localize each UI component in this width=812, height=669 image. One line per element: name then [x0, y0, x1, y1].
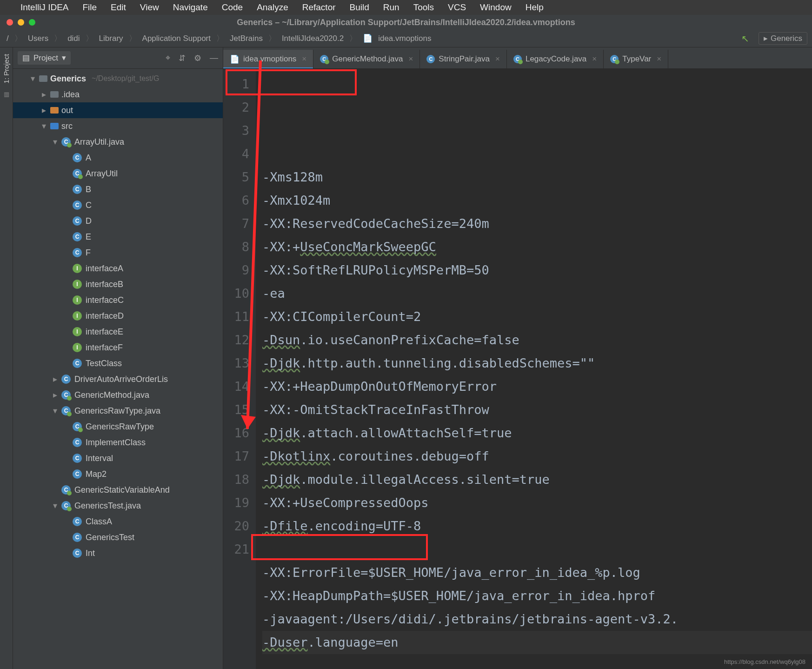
tree-item[interactable]: ▾src — [13, 118, 223, 134]
code-line[interactable]: -Djdk.attach.allowAttachSelf=true — [262, 421, 812, 445]
code-line[interactable]: -XX:+HeapDumpOnOutOfMemoryError — [262, 375, 812, 398]
menu-build[interactable]: Build — [350, 2, 369, 13]
tree-root[interactable]: ▾ Generics ~/Desktop/git_test/G — [13, 71, 223, 87]
tree-item[interactable]: ▸.idea — [13, 87, 223, 102]
hide-icon[interactable]: — — [210, 53, 218, 63]
code-line[interactable]: -Duser.language=en — [262, 631, 812, 654]
code-line[interactable]: -XX:HeapDumpPath=$USER_HOME/java_error_i… — [262, 584, 812, 608]
close-icon[interactable]: × — [408, 54, 413, 64]
code-line[interactable]: -Dsun.io.useCanonPrefixCache=false — [262, 328, 812, 352]
tree-item[interactable]: IinterfaceF — [13, 340, 223, 355]
tree-item[interactable]: ▸out — [13, 102, 223, 118]
code-line[interactable]: -ea — [262, 282, 812, 305]
toolwindow-structure-icon[interactable]: ▥ — [4, 91, 9, 98]
build-hammer-icon[interactable]: ↖ — [741, 33, 749, 44]
tree-item[interactable]: CB — [13, 181, 223, 197]
tree-item[interactable]: ▾CGenericsTest.java — [13, 498, 223, 514]
code-line[interactable]: -Xmx1024m — [262, 189, 812, 212]
editor-tab[interactable]: 📄idea.vmoptions× — [223, 50, 313, 68]
tree-item[interactable]: IinterfaceA — [13, 261, 223, 276]
gear-icon[interactable]: ⚙ — [194, 53, 201, 63]
crumb-users[interactable]: Users — [26, 34, 50, 43]
tree-item[interactable]: IinterfaceD — [13, 308, 223, 324]
close-icon[interactable]: × — [495, 54, 500, 64]
code-lines[interactable]: -Xms128m-Xmx1024m-XX:ReservedCodeCacheSi… — [256, 69, 812, 669]
code-line[interactable]: -Xms128m — [262, 166, 812, 189]
tree-item[interactable]: CGenericsRawType — [13, 419, 223, 435]
tree-item[interactable]: CArrayUtil — [13, 166, 223, 181]
crumb-root[interactable]: / — [5, 34, 11, 43]
locate-icon[interactable]: ⌖ — [166, 53, 170, 63]
tree-item[interactable]: IinterfaceC — [13, 292, 223, 308]
close-icon[interactable]: × — [592, 54, 597, 64]
menu-file[interactable]: File — [82, 2, 97, 13]
crumb-ideaversion[interactable]: IntelliJIdea2020.2 — [280, 34, 346, 43]
code-line[interactable]: -XX:-OmitStackTraceInFastThrow — [262, 398, 812, 421]
traffic-minimize-icon[interactable] — [18, 19, 24, 26]
breadcrumb[interactable]: /〉 Users〉 didi〉 Library〉 Application Sup… — [5, 33, 433, 44]
tree-item[interactable]: CD — [13, 213, 223, 229]
tree-item[interactable]: ▾CArrayUtil.java — [13, 134, 223, 150]
editor-tab[interactable]: CGenericMethod.java× — [313, 50, 420, 68]
crumb-didi[interactable]: didi — [66, 34, 81, 43]
code-line[interactable]: -Dfile.encoding=UTF-8 — [262, 515, 812, 538]
traffic-close-icon[interactable] — [7, 19, 13, 26]
tree-item[interactable]: CInt — [13, 545, 223, 561]
project-tree[interactable]: ▾ Generics ~/Desktop/git_test/G ▸.idea▸o… — [13, 69, 223, 669]
tree-item[interactable]: CE — [13, 229, 223, 245]
menu-tools[interactable]: Tools — [413, 2, 434, 13]
tree-item[interactable]: CF — [13, 245, 223, 261]
toolwindow-project-tab[interactable]: 1: Project — [2, 52, 10, 85]
code-line[interactable]: -XX:CICompilerCount=2 — [262, 305, 812, 328]
editor-tab[interactable]: CLegacyCode.java× — [507, 50, 604, 68]
crumb-library[interactable]: Library — [97, 34, 125, 43]
editor-tab[interactable]: CStringPair.java× — [420, 50, 507, 68]
editor-tab[interactable]: CTypeVar× — [604, 50, 668, 68]
collapse-all-icon[interactable]: ⇵ — [179, 53, 186, 63]
code-line[interactable]: -Djdk.module.illegalAccess.silent=true — [262, 468, 812, 491]
menu-refactor[interactable]: Refactor — [302, 2, 336, 13]
code-line[interactable]: -XX:+UseCompressedOops — [262, 491, 812, 515]
project-view-selector[interactable]: ▤ Project ▾ — [18, 51, 71, 65]
code-line[interactable]: -javaagent:/Users/didi/.jetbrains/jetbra… — [262, 608, 812, 631]
tree-item[interactable]: CA — [13, 150, 223, 166]
menu-edit[interactable]: Edit — [111, 2, 126, 13]
close-icon[interactable]: × — [657, 54, 661, 64]
tree-item[interactable]: IinterfaceE — [13, 324, 223, 340]
code-line[interactable]: -Dkotlinx.coroutines.debug=off — [262, 445, 812, 468]
tree-item[interactable]: ▸CDriverAutoArriveOrderLis — [13, 371, 223, 387]
run-config-selector[interactable]: ▸ Generics — [759, 32, 807, 45]
menu-view[interactable]: View — [140, 2, 159, 13]
crumb-file[interactable]: idea.vmoptions — [376, 34, 433, 43]
tree-item[interactable]: CInterval — [13, 450, 223, 466]
menu-analyze[interactable]: Analyze — [257, 2, 288, 13]
tree-item[interactable]: ▾CGenericsRawType.java — [13, 403, 223, 419]
traffic-zoom-icon[interactable] — [29, 19, 35, 26]
code-line[interactable]: -XX:ReservedCodeCacheSize=240m — [262, 212, 812, 235]
menubar-app[interactable]: IntelliJ IDEA — [20, 2, 68, 13]
menu-code[interactable]: Code — [222, 2, 243, 13]
tree-item[interactable]: CMap2 — [13, 466, 223, 482]
tree-item[interactable]: CImplementClass — [13, 435, 223, 450]
code-line[interactable] — [262, 538, 812, 561]
code-line[interactable]: -XX:ErrorFile=$USER_HOME/java_error_in_i… — [262, 561, 812, 584]
tree-item[interactable]: CGenericStaticVariableAnd — [13, 482, 223, 498]
code-line[interactable]: -XX:SoftRefLRUPolicyMSPerMB=50 — [262, 259, 812, 282]
close-icon[interactable]: × — [302, 54, 306, 64]
code-line[interactable]: -Djdk.http.auth.tunneling.disabledScheme… — [262, 352, 812, 375]
code-editor[interactable]: 123456789101112131415161718192021 -Xms12… — [223, 69, 812, 669]
menu-help[interactable]: Help — [526, 2, 544, 13]
tree-item[interactable]: IinterfaceB — [13, 276, 223, 292]
tree-item[interactable]: ▸CGenericMethod.java — [13, 387, 223, 403]
crumb-appsupport[interactable]: Application Support — [140, 34, 213, 43]
tree-item[interactable]: CTestClass — [13, 355, 223, 371]
tree-item[interactable]: CGenericsTest — [13, 529, 223, 545]
tree-item[interactable]: CC — [13, 197, 223, 213]
tree-item[interactable]: CClassA — [13, 514, 223, 529]
menu-window[interactable]: Window — [480, 2, 512, 13]
menu-vcs[interactable]: VCS — [448, 2, 466, 13]
crumb-jetbrains[interactable]: JetBrains — [228, 34, 265, 43]
menu-run[interactable]: Run — [383, 2, 399, 13]
code-line[interactable]: -XX:+UseConcMarkSweepGC — [262, 235, 812, 259]
menu-navigate[interactable]: Navigate — [173, 2, 208, 13]
